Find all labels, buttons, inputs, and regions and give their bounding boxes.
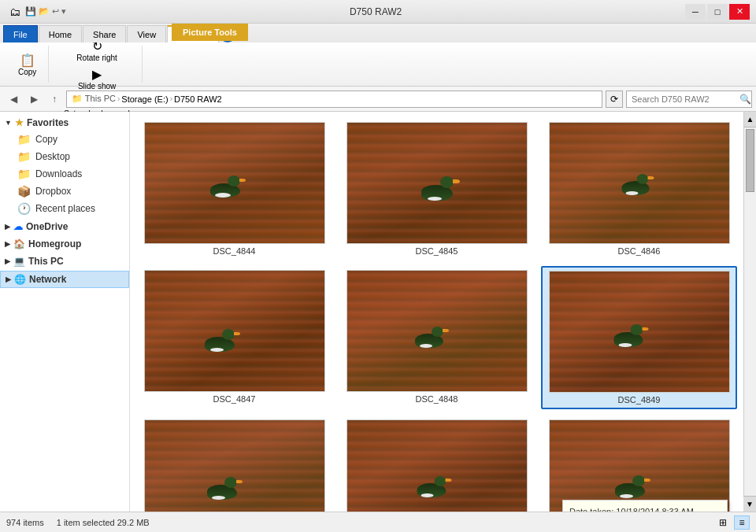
favorites-label: Favorites — [27, 117, 69, 128]
onedrive-label: OneDrive — [26, 221, 68, 232]
tab-home[interactable]: Home — [39, 25, 82, 42]
window-controls: ─ □ ✕ — [685, 4, 750, 20]
minimize-button[interactable]: ─ — [685, 4, 706, 20]
close-button[interactable]: ✕ — [729, 4, 750, 20]
pc-icon: 💻 — [13, 256, 25, 267]
this-pc-arrow: ▶ — [5, 257, 10, 265]
onedrive-icon: ☁ — [13, 221, 23, 232]
label-dsc4846: DSC_4846 — [618, 246, 661, 256]
app-icon: 🗂 — [9, 6, 20, 18]
thumbnail-img-dsc4844 — [144, 122, 325, 244]
ribbon-btn-1[interactable]: 📋 Copy — [13, 50, 42, 79]
thumbnail-img-dsc4845 — [346, 122, 528, 244]
sidebar-header-this-pc[interactable]: ▶ 💻 This PC — [0, 253, 129, 269]
sidebar-item-dropbox[interactable]: 📦 Dropbox — [0, 183, 129, 200]
thumbnail-dsc4849[interactable]: DSC_4849 Date taken: 10/18/2014 8:33 AM … — [541, 266, 737, 409]
vertical-scrollbar[interactable]: ▲ ▼ — [743, 112, 756, 512]
dropbox-icon: 📦 — [17, 185, 31, 198]
thumbnail-dsc4850[interactable]: DSC_4850 — [136, 416, 332, 512]
sidebar-item-downloads[interactable]: 📁 Downloads — [0, 165, 129, 183]
sidebar-header-network[interactable]: ▶ 🌐 Network — [0, 271, 129, 288]
breadcrumb[interactable]: 📁 This PC › Storage (E:) › D750 RAW2 — [66, 91, 602, 108]
label-dsc4844: DSC_4844 — [213, 246, 256, 256]
tooltip-date-taken: Date taken: 10/18/2014 8:33 AM — [569, 505, 721, 512]
slideshow-icon: ▶ — [92, 67, 102, 82]
breadcrumb-sep-2: › — [170, 94, 172, 103]
thumbnail-dsc4852[interactable]: DSC_4852 — [541, 416, 737, 512]
title-bar: 🗂 💾 📂 ↩ ▾ D750 RAW2 ─ □ ✕ — [0, 0, 756, 24]
copy-folder-icon: 📁 — [17, 133, 31, 146]
thumbnail-grid: DSC_4844 — [136, 118, 737, 512]
breadcrumb-d750: D750 RAW2 — [174, 94, 222, 104]
sidebar-section-favorites: ▼ ★ Favorites 📁 Copy 📁 Desktop 📁 Downloa… — [0, 115, 129, 217]
thumbnail-dsc4851[interactable]: DSC_4851 — [339, 416, 535, 512]
selected-info: 1 item selected 29.2 MB — [57, 518, 150, 527]
thumbnail-view-btn[interactable]: ⊞ — [715, 515, 731, 530]
quick-access-icons: 💾 📂 ↩ ▾ — [25, 6, 66, 17]
scroll-up-btn[interactable]: ▲ — [744, 112, 756, 127]
search-input[interactable] — [626, 91, 752, 108]
item-count: 974 items — [6, 518, 44, 527]
back-button[interactable]: ◀ — [5, 91, 22, 108]
homegroup-icon: 🏠 — [13, 238, 25, 249]
tab-view[interactable]: View — [127, 25, 166, 42]
ribbon-content: 📋 Copy ↺ Rotate left ↻ Rotate right ▶ Sl… — [0, 42, 756, 87]
sidebar-section-this-pc: ▶ 💻 This PC — [0, 253, 129, 269]
downloads-icon: 📁 — [17, 168, 31, 180]
breadcrumb-this-pc: 📁 This PC — [72, 94, 116, 104]
network-label: Network — [29, 274, 66, 285]
this-pc-label: This PC — [28, 256, 64, 267]
forward-button[interactable]: ▶ — [25, 91, 43, 108]
tab-share[interactable]: Share — [83, 25, 126, 42]
sidebar-header-onedrive[interactable]: ▶ ☁ OneDrive — [0, 219, 129, 235]
sidebar-item-copy[interactable]: 📁 Copy — [0, 131, 129, 148]
thumbnail-img-dsc4848 — [346, 270, 528, 392]
favorites-arrow: ▼ — [5, 119, 12, 127]
view-toggle: ⊞ ≡ — [715, 515, 750, 530]
sidebar-section-network: ▶ 🌐 Network — [0, 271, 129, 288]
label-dsc4848: DSC_4848 — [416, 394, 458, 404]
ribbon-group-organize: 📋 Copy — [6, 46, 49, 83]
desktop-icon: 📁 — [17, 150, 31, 163]
up-button[interactable]: ↑ — [46, 91, 63, 108]
thumbnail-img-dsc4851 — [346, 419, 528, 512]
label-dsc4845: DSC_4845 — [416, 246, 458, 256]
onedrive-arrow: ▶ — [5, 223, 10, 231]
ribbon-group-open: ↺ Rotate left ↻ Rotate right ▶ Slide sho… — [52, 46, 142, 83]
scroll-down-btn[interactable]: ▼ — [743, 496, 756, 512]
picture-tools-label: Picture Tools — [172, 24, 248, 41]
star-icon: ★ — [15, 117, 24, 128]
network-arrow: ▶ — [6, 275, 11, 283]
status-info: 974 items 1 item selected 29.2 MB — [6, 518, 150, 527]
thumbnail-img-dsc4850 — [144, 419, 325, 512]
scroll-thumb[interactable] — [746, 129, 754, 192]
homegroup-label: Homegroup — [28, 238, 81, 249]
breadcrumb-sep-1: › — [117, 94, 120, 103]
window-title: D750 RAW2 — [66, 6, 685, 17]
detail-view-btn[interactable]: ≡ — [734, 515, 750, 530]
ribbon-top: Picture Tools File Home Share View Manag… — [0, 24, 756, 42]
ribbon-icon-1: 📋 — [20, 53, 35, 68]
sidebar-item-desktop[interactable]: 📁 Desktop — [0, 148, 129, 165]
thumbnail-dsc4846[interactable]: DSC_4846 — [541, 118, 737, 260]
homegroup-arrow: ▶ — [5, 240, 10, 248]
ribbon-btn-slideshow[interactable]: ▶ Slide show — [72, 65, 121, 93]
sidebar-header-homegroup[interactable]: ▶ 🏠 Homegroup — [0, 236, 129, 252]
tab-file[interactable]: File — [3, 25, 38, 42]
refresh-button[interactable]: ⟳ — [606, 91, 623, 108]
maximize-button[interactable]: □ — [707, 4, 728, 20]
thumbnail-dsc4845[interactable]: DSC_4845 — [339, 118, 535, 260]
thumbnail-dsc4844[interactable]: DSC_4844 — [136, 118, 332, 260]
status-bar: 974 items 1 item selected 29.2 MB ⊞ ≡ — [0, 512, 756, 532]
network-icon: 🌐 — [14, 274, 26, 285]
sidebar-header-favorites[interactable]: ▼ ★ Favorites — [0, 115, 129, 131]
thumbnail-dsc4848[interactable]: DSC_4848 — [339, 266, 535, 409]
sidebar-item-recent[interactable]: 🕐 Recent places — [0, 200, 129, 217]
thumbnail-img-dsc4846 — [549, 122, 730, 244]
content-area: DSC_4844 — [130, 112, 743, 512]
thumbnail-dsc4847[interactable]: DSC_4847 — [136, 266, 332, 409]
thumbnail-img-dsc4849 — [549, 271, 730, 393]
recent-icon: 🕐 — [17, 202, 31, 215]
label-dsc4849: DSC_4849 — [618, 395, 661, 405]
thumbnail-img-dsc4852 — [549, 419, 730, 512]
